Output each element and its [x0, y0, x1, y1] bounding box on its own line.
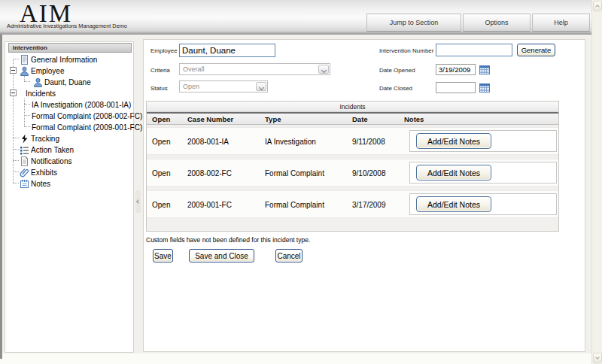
tree-connector-stub [13, 183, 19, 184]
status-select[interactable]: Open [179, 80, 268, 93]
sidebar-item-action-taken[interactable]: Action Taken [5, 144, 133, 155]
generate-button[interactable]: Generate [517, 44, 555, 56]
incident-open: Open [152, 168, 170, 177]
sidebar-item-formal-complaint-2008-002-fc[interactable]: Formal Complaint (2008-002-FC) [5, 110, 133, 121]
document-icon [20, 54, 29, 64]
criteria-dropdown-icon[interactable] [318, 65, 329, 74]
incident-row: Open2009-001-FCFormal Complaint3/17/2009… [147, 190, 558, 218]
tree-connector-stub [13, 149, 19, 150]
status-label: Status [150, 85, 168, 92]
sidebar-item-label: Tracking [31, 134, 59, 142]
scroll-up-button[interactable] [593, 1, 602, 11]
incident-case-number: 2008-002-FC [187, 168, 232, 177]
status-value: Open [183, 83, 199, 90]
tree-connector-stub [13, 59, 19, 59]
list-icon [20, 144, 29, 154]
incident-case-number: 2009-001-FC [187, 200, 232, 208]
col-case-number: Case Number [187, 115, 233, 123]
employee-label: Employee [150, 47, 178, 54]
tree-connector-stub [24, 115, 30, 116]
bottom-strip [0, 353, 591, 364]
sidebar-item-label: Formal Complaint (2008-002-FC) [32, 111, 142, 120]
criteria-value: Overall [183, 65, 205, 73]
incidents-table-header: Open Case Number Type Date Notes [147, 112, 558, 125]
sidebar-item-exhibits[interactable]: Exhibits [5, 166, 133, 177]
save-and-close-button[interactable]: Save and Close [189, 249, 254, 262]
options-button[interactable]: Options [463, 14, 531, 32]
intervention-number-input[interactable] [436, 44, 512, 56]
sidebar-item-incidents[interactable]: Incidents [5, 87, 133, 99]
tree-collapse-toggle[interactable] [10, 67, 17, 74]
date-closed-calendar-icon[interactable] [479, 82, 490, 92]
sidebar-item-label: Notifications [31, 156, 71, 165]
sidebar: Intervention General InformationEmployee… [5, 41, 134, 353]
add-edit-notes-button[interactable]: Add/Edit Notes [416, 196, 491, 212]
date-opened-label: Date Opened [379, 67, 415, 74]
incident-row: Open2008-001-IAIA Investigation9/11/2008… [147, 127, 558, 155]
tree-connector-stub [13, 138, 19, 138]
add-edit-notes-button[interactable]: Add/Edit Notes [416, 133, 491, 149]
date-opened-calendar-icon[interactable] [479, 64, 490, 74]
custom-fields-note: Custom fields have not been defined for … [146, 236, 310, 244]
sidebar-tree: General InformationEmployeeDaunt, DuaneI… [5, 53, 133, 196]
notes-cell: Add/Edit Notes [409, 193, 557, 215]
incident-date: 9/10/2008 [352, 168, 386, 177]
date-opened-input[interactable] [436, 64, 476, 75]
incident-date: 3/17/2009 [352, 200, 386, 208]
sidebar-item-general-information[interactable]: General Information [5, 53, 133, 65]
notes-cell: Add/Edit Notes [409, 130, 557, 152]
left-frame-border [0, 35, 2, 359]
incidents-table: Incidents Open Case Number Type Date Not… [146, 101, 559, 232]
sidebar-item-label: Daunt, Duane [44, 77, 91, 86]
sidebar-item-label: Formal Complaint (2009-001-FC) [32, 123, 142, 131]
header-divider [0, 32, 591, 35]
sidebar-item-daunt-duane[interactable]: Daunt, Duane [5, 76, 133, 87]
splitter-collapse-handle[interactable] [135, 190, 141, 213]
employee-input[interactable] [179, 44, 275, 57]
scroll-down-button[interactable] [593, 353, 602, 363]
notes-icon [20, 178, 29, 188]
incident-date: 9/11/2008 [352, 137, 385, 145]
criteria-select[interactable]: Overall [179, 63, 330, 75]
tree-connector-stub [24, 81, 30, 82]
incident-open: Open [152, 137, 170, 145]
sidebar-item-notes[interactable]: Notes [5, 177, 133, 189]
sidebar-item-notifications[interactable]: Notifications [5, 155, 133, 166]
person-icon [20, 65, 29, 75]
cancel-button[interactable]: Cancel [275, 249, 303, 262]
sidebar-item-label: Incidents [26, 89, 56, 97]
sidebar-item-label: Employee [31, 66, 64, 74]
tree-connector-stub [13, 160, 19, 161]
col-notes: Notes [404, 115, 424, 123]
incident-case-number: 2008-001-IA [187, 137, 229, 145]
incidents-table-title: Incidents [147, 102, 558, 112]
main-panel: Employee Criteria Overall Status Open In… [143, 39, 585, 352]
incident-row: Open2008-002-FCFormal Complaint9/10/2008… [147, 159, 558, 187]
sidebar-item-label: Exhibits [31, 168, 57, 176]
date-closed-label: Date Closed [379, 85, 412, 92]
sidebar-item-formal-complaint-2009-001-fc[interactable]: Formal Complaint (2009-001-FC) [5, 121, 133, 132]
save-button[interactable]: Save [153, 249, 173, 262]
sidebar-item-label: IA Investigation (2008-001-IA) [32, 100, 131, 108]
sidebar-item-employee[interactable]: Employee [5, 65, 133, 76]
jump-to-section-button[interactable]: Jump to Section [366, 14, 461, 32]
incident-type: Formal Complaint [265, 200, 324, 208]
add-edit-notes-button[interactable]: Add/Edit Notes [416, 165, 491, 180]
intervention-number-label: Intervention Number [379, 47, 433, 54]
incident-open: Open [152, 200, 170, 208]
sidebar-item-tracking[interactable]: Tracking [5, 132, 133, 144]
tree-collapse-toggle[interactable] [10, 89, 17, 96]
status-dropdown-icon[interactable] [256, 82, 266, 91]
sidebar-header: Intervention [8, 43, 132, 53]
vertical-scrollbar[interactable] [591, 0, 602, 364]
criteria-label: Criteria [150, 67, 170, 74]
incident-type: Formal Complaint [265, 168, 324, 177]
notes-cell: Add/Edit Notes [409, 162, 557, 184]
tree-connector-stub [24, 104, 30, 105]
help-button[interactable]: Help [532, 14, 590, 32]
incident-type: IA Investigation [265, 137, 316, 145]
sidebar-item-ia-investigation-2008-001-ia[interactable]: IA Investigation (2008-001-IA) [5, 99, 133, 110]
app-subtitle: Administrative Investigations Management… [7, 23, 127, 29]
date-closed-input[interactable] [436, 82, 476, 93]
sidebar-item-label: Notes [31, 179, 50, 187]
